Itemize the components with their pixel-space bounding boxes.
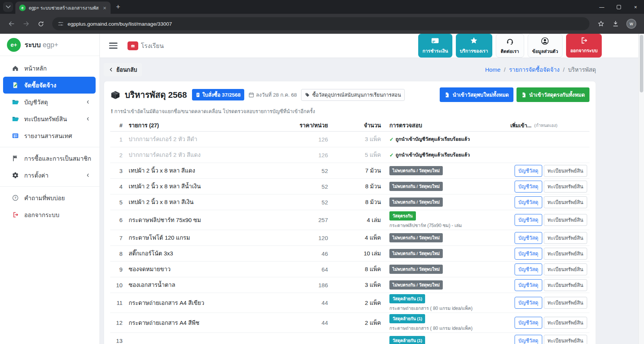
back-button[interactable] (5, 18, 18, 30)
topbar-button[interactable]: ข้อมูลส่วนตัว (528, 34, 563, 58)
chevron-left-icon (86, 100, 90, 104)
folder-icon (12, 115, 19, 122)
reload-button[interactable] (35, 18, 47, 30)
add-to-material-account-button[interactable]: บัญชีวัสดุ (515, 214, 542, 226)
tab-search-button[interactable] (3, 2, 13, 12)
sidebar-item[interactable]: การซื้อและการเป็นสมาชิก (3, 150, 96, 167)
add-to-material-account-button[interactable]: บัญชีวัสดุ (515, 165, 542, 177)
item-name: เทปผ้า 2 นิ้ว x 8 หลา สีแดง (126, 166, 295, 175)
reload-icon (38, 21, 44, 27)
topbar-button[interactable]: บริการของเรา (456, 34, 492, 58)
sidebar-item[interactable]: ออกจากระบบ (3, 206, 96, 223)
svg-text:?: ? (14, 196, 16, 200)
forward-button[interactable] (20, 18, 32, 30)
add-to-material-account-button[interactable]: บัญชีวัสดุ (515, 317, 542, 329)
status-badge-similar: วัสดุคล้ายกัน (1) (389, 294, 425, 303)
table-row: 5เทปผ้า 2 นิ้ว x 8 หลา สีเงิน528 ม้วนไม่… (110, 194, 589, 210)
item-price: 52 (295, 183, 339, 190)
topbar-button[interactable]: ติดต่อเรา (496, 34, 524, 58)
row-number: 2 (113, 152, 126, 158)
brand[interactable]: e+ ระบบegp+ (0, 34, 99, 56)
breadcrumb: Home/รายการจัดซื้อจัดจ้าง/บริหารพัสดุ (485, 65, 596, 74)
row-number: 5 (113, 199, 126, 206)
item-actions: บัญชีวัสดุทะเบียนทรัพย์สิน (510, 279, 587, 291)
sidebar-item[interactable]: หน้าหลัก (3, 60, 96, 77)
profile-avatar[interactable]: w (626, 19, 636, 29)
add-to-asset-register-button[interactable]: ทะเบียนทรัพย์สิน (544, 263, 587, 275)
close-window-button[interactable]: × (627, 1, 644, 13)
add-to-asset-register-button[interactable]: ทะเบียนทรัพย์สิน (544, 297, 587, 309)
item-qty: 5 แพ็ค (339, 150, 389, 160)
add-to-material-account-button[interactable]: บัญชีวัสดุ (515, 297, 542, 309)
import-new-button[interactable]: นำเข้าวัสดุพบใหม่ทั้งหมด (440, 87, 513, 102)
sidebar-item-label: หน้าหลัก (24, 64, 90, 73)
sidebar-item[interactable]: ทะเบียนทรัพย์สิน (3, 110, 96, 127)
add-to-material-account-button[interactable]: บัญชีวัสดุ (515, 248, 542, 260)
add-to-material-account-button[interactable]: บัญชีวัสดุ (515, 181, 542, 193)
table-row: 10ซองเอกสารน้ำตาล1863 แพ็คไม่พบตรงกัน / … (110, 277, 589, 293)
item-name: กระดาษโฟโต้ 120 แกรม (126, 233, 295, 242)
add-to-asset-register-button[interactable]: ทะเบียนทรัพย์สิน (544, 317, 587, 329)
topbar-button[interactable]: การชำระเงิน (418, 34, 452, 58)
url-text[interactable]: egpplus.gomaind.com/buy/list/manage/3300… (68, 21, 172, 27)
add-to-asset-register-button[interactable]: ทะเบียนทรัพย์สิน (544, 248, 587, 260)
topbar-button[interactable]: ออกจากระบบ (566, 34, 602, 58)
browser-tab[interactable]: e egp+ ระบบช่วยสร้างเอกสารงานพัสดุ × (15, 2, 111, 14)
site-settings-icon[interactable] (58, 21, 64, 27)
content: ย้อนกลับ Home/รายการจัดซื้อจัดจ้าง/บริหา… (100, 58, 644, 344)
sidebar-item[interactable]: บัญชีวัสดุ (3, 94, 96, 110)
add-to-material-account-button[interactable]: บัญชีวัสดุ (515, 196, 542, 208)
add-to-asset-register-button[interactable]: ทะเบียนทรัพย์สิน (544, 196, 587, 208)
new-tab-button[interactable]: + (111, 3, 126, 11)
add-to-asset-register-button[interactable]: ทะเบียนทรัพย์สิน (544, 279, 587, 291)
scrollbar-thumb[interactable] (640, 35, 643, 92)
sidebar-item[interactable]: การตั้งค่า (3, 167, 96, 184)
maximize-button[interactable] (610, 1, 627, 13)
breadcrumb-item[interactable]: Home (485, 66, 500, 73)
question-icon: ? (12, 194, 19, 201)
add-to-material-account-button[interactable]: บัญชีวัสดุ (515, 279, 542, 291)
check-icon: ✓ (389, 152, 394, 158)
url-bar[interactable]: egpplus.gomaind.com/buy/list/manage/3300… (52, 17, 589, 30)
sidebar-item-label: การตั้งค่า (24, 171, 81, 180)
chevron-left-icon (86, 117, 90, 121)
close-tab-icon[interactable]: × (102, 5, 108, 11)
sidebar-item[interactable]: รายงานสารสนเทศ (3, 127, 96, 144)
order-badge: ใบสั่งซื้อ 37/2568 (192, 89, 244, 100)
add-to-material-account-button[interactable]: บัญชีวัสดุ (515, 263, 542, 275)
add-to-asset-register-button[interactable]: ทะเบียนทรัพย์สิน (544, 335, 587, 344)
page-scrollbar[interactable] (638, 34, 644, 344)
item-qty: 4 แพ็ค (339, 233, 389, 242)
warning-text: !การนำเข้าอัตโนมัติอาจแยกชื่อ/ขนาดคลาดเค… (111, 107, 589, 115)
downloads-button[interactable] (609, 18, 622, 30)
item-name: เทปผ้า 2 นิ้ว x 8 หลา สีน้ำเงิน (126, 182, 295, 191)
add-to-material-account-button[interactable]: บัญชีวัสดุ (515, 335, 542, 344)
go-back-button[interactable]: ย้อนกลับ (104, 63, 142, 76)
hamburger-menu-icon[interactable] (109, 43, 118, 49)
add-to-asset-register-button[interactable]: ทะเบียนทรัพย์สิน (544, 214, 587, 226)
breadcrumb-item[interactable]: รายการจัดซื้อจัดจ้าง (509, 65, 560, 74)
brand-text-light: egp+ (43, 41, 58, 49)
item-name: ปากกามาร์คเกอร์ 2 หัว สีดำ (126, 135, 295, 144)
add-to-asset-register-button[interactable]: ทะเบียนทรัพย์สิน (544, 232, 587, 244)
add-to-asset-register-button[interactable]: ทะเบียนทรัพย์สิน (544, 181, 587, 193)
flag-icon (12, 155, 19, 162)
row-number: 7 (113, 235, 126, 241)
school-selector[interactable]: โรงเรียน (127, 41, 164, 51)
item-status: วัสดุคล้ายกัน (1) (389, 336, 510, 344)
item-qty: 2 แพ็ค (339, 298, 389, 308)
item-actions: บัญชีวัสดุทะเบียนทรัพย์สิน (510, 196, 587, 208)
status-badge-not-found: ไม่พบตรงกัน / วัสดุพบใหม่ (389, 280, 443, 290)
import-match-button[interactable]: นำเข้าวัสดุตรงกันทั้งหมด (517, 87, 589, 102)
add-to-asset-register-button[interactable]: ทะเบียนทรัพย์สิน (544, 165, 587, 177)
status-badge-match: วัสดุตรงกัน (389, 211, 416, 221)
status-badge-similar: วัสดุคล้ายกัน (1) (389, 314, 425, 323)
topbar-button-label: ออกจากระบบ (570, 47, 598, 54)
item-qty: 10 เล่ม (339, 249, 389, 258)
add-to-material-account-button[interactable]: บัญชีวัสดุ (515, 232, 542, 244)
title-actions: นำเข้าวัสดุพบใหม่ทั้งหมด นำเข้าวัสดุตรงก… (440, 87, 589, 102)
sidebar-item[interactable]: ?คำถามที่พบบ่อย (3, 189, 96, 206)
bookmark-button[interactable] (595, 18, 607, 30)
minimize-button[interactable]: — (593, 1, 610, 13)
sidebar-item[interactable]: จัดซื้อจัดจ้าง (3, 77, 96, 94)
